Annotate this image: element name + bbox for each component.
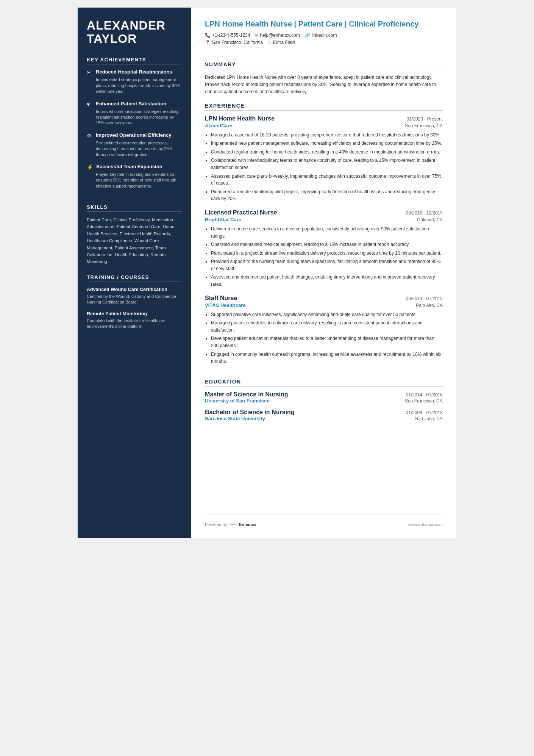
exp-job-title-3: Staff Nurse <box>205 295 237 302</box>
bullet: Supported palliative care initiatives, s… <box>211 311 443 318</box>
skills-text: Patient Care, Clinical Proficiency, Medi… <box>87 216 182 265</box>
exp-company-3: VITAS Healthcare <box>205 302 245 308</box>
edu-degree-1: Master of Science in Nursing <box>205 391 288 398</box>
enhancv-logo-icon <box>229 522 237 527</box>
exp-bullets-3: Supported palliative care initiatives, s… <box>205 311 443 365</box>
sidebar: ALEXANDER TAYLOR KEY ACHIEVEMENTS ✂ Redu… <box>78 8 191 538</box>
achievement-title-4: Successful Team Expansion <box>96 164 162 170</box>
exp-location-3: Palo Alto, CA <box>416 303 443 308</box>
exp-company-1: AccentCare <box>205 123 232 128</box>
linkedin-icon: 🔗 <box>304 33 310 38</box>
footer: Powered by Enhancv www.enhancv.com <box>205 514 443 527</box>
candidate-name: ALEXANDER TAYLOR <box>87 19 182 45</box>
achievement-icon-2: ♥ <box>87 101 93 107</box>
training-title: TRAINING / COURSES <box>87 274 182 282</box>
bullet: Implemented new patient management softw… <box>211 140 443 147</box>
training-item-desc-2: Completed with the Institute for Healthc… <box>87 318 182 330</box>
edu-degree-2: Bachelor of Science in Nursing <box>205 409 295 416</box>
achievement-title-3: Improved Operational Efficiency <box>96 132 171 139</box>
achievements-section: KEY ACHIEVEMENTS ✂ Reduced Hospital Read… <box>87 57 182 195</box>
star-icon: ☆ <box>267 40 272 45</box>
edu-dates-2: 01/2009 - 01/2013 <box>406 410 443 415</box>
bullet: Provided support to the nursing team dur… <box>211 258 443 272</box>
contact-linkedin: 🔗 linkedin.com <box>304 33 337 38</box>
training-item-desc-1: Certified by the Wound, Ostomy and Conti… <box>87 294 182 305</box>
achievement-item: ✂ Reduced Hospital Readmissions Implemen… <box>87 69 182 94</box>
bullet: Assessed patient care plans bi-weekly, i… <box>211 173 443 187</box>
bullet: Delivered in-home care services to a div… <box>211 225 443 239</box>
training-item-title-2: Remote Patient Monitoring <box>87 311 182 317</box>
achievement-item: ♥ Enhanced Patient Satisfaction Improved… <box>87 101 182 126</box>
achievement-item: ⚙ Improved Operational Efficiency Stream… <box>87 132 182 158</box>
brand-name: Enhancv <box>239 522 256 527</box>
experience-section: EXPERIENCE LPN Home Health Nurse 01/2020… <box>205 96 443 372</box>
achievement-title-2: Enhanced Patient Satisfaction <box>96 101 166 107</box>
edu-location-1: San Francisco, CA <box>405 398 443 404</box>
bullet: Managed patient schedules to optimize ca… <box>211 319 443 333</box>
edu-location-2: San Jose, CA <box>415 416 443 421</box>
contact-email: ✉ help@enhancv.com <box>255 33 300 38</box>
bullet: Operated and maintained medical equipmen… <box>211 241 443 248</box>
exp-bullets-1: Managed a caseload of 18-20 patients, pr… <box>205 131 443 202</box>
achievement-desc-1: Implemented strategic patient management… <box>87 77 182 94</box>
edu-school-2: San Jose State University <box>205 416 265 421</box>
achievement-icon-4: ⚡ <box>87 164 93 170</box>
exp-dates-3: 06/2013 - 07/2015 <box>406 296 443 301</box>
achievement-desc-2: Improved communication strategies result… <box>87 109 182 126</box>
training-section: TRAINING / COURSES Advanced Wound Care C… <box>87 274 182 335</box>
footer-powered: Powered by Enhancv <box>205 522 256 527</box>
bullet: Participated in a project to streamline … <box>211 250 443 257</box>
exp-entry-2: Licensed Practical Nurse 08/2015 - 12/20… <box>205 209 443 288</box>
exp-location-1: San Francisco, CA <box>405 123 443 128</box>
summary-section: SUMMARY Dedicated LPN Home Health Nurse … <box>205 55 443 96</box>
achievement-icon-3: ⚙ <box>87 133 93 139</box>
summary-text: Dedicated LPN Home Health Nurse with ove… <box>205 74 443 96</box>
job-title: LPN Home Health Nurse | Patient Care | C… <box>205 19 443 29</box>
contact-row: 📞 +1-(234)-555-1234 ✉ help@enhancv.com 🔗… <box>205 33 443 38</box>
resume-container: ALEXANDER TAYLOR KEY ACHIEVEMENTS ✂ Redu… <box>78 8 456 538</box>
bullet: Developed patient education materials th… <box>211 335 443 349</box>
main-header: LPN Home Health Nurse | Patient Care | C… <box>205 19 443 47</box>
achievement-desc-4: Played key role in nursing team expansio… <box>87 172 182 189</box>
training-item: Remote Patient Monitoring Completed with… <box>87 311 182 330</box>
achievement-desc-3: Streamlined documentation processes, dec… <box>87 140 182 158</box>
contact-location: 📍 San Francisco, California <box>205 40 263 45</box>
exp-company-2: BrightStar Care <box>205 217 241 222</box>
edu-entry-1: Master of Science in Nursing 01/2014 - 0… <box>205 391 443 404</box>
contact-phone: 📞 +1-(234)-555-1234 <box>205 33 250 38</box>
main-content: LPN Home Health Nurse | Patient Care | C… <box>191 8 456 538</box>
exp-entry-1: LPN Home Health Nurse 01/2020 - Present … <box>205 115 443 202</box>
bullet: Assessed and documented patient health c… <box>211 274 443 288</box>
skills-section: SKILLS Patient Care, Clinical Proficienc… <box>87 204 182 265</box>
achievement-item: ⚡ Successful Team Expansion Played key r… <box>87 164 182 189</box>
exp-entry-3: Staff Nurse 06/2013 - 07/2015 VITAS Heal… <box>205 295 443 365</box>
edu-dates-1: 01/2014 - 01/2016 <box>406 392 443 398</box>
bullet: Conducted regular training for home heal… <box>211 149 443 156</box>
bullet: Collaborated with interdisciplinary team… <box>211 157 443 171</box>
phone-icon: 📞 <box>205 33 211 38</box>
achievements-title: KEY ACHIEVEMENTS <box>87 57 182 64</box>
achievement-icon-1: ✂ <box>87 69 93 75</box>
name-block: ALEXANDER TAYLOR <box>87 19 182 45</box>
location-icon: 📍 <box>205 40 211 45</box>
exp-dates-2: 08/2015 - 12/2019 <box>406 210 443 216</box>
exp-bullets-2: Delivered in-home care services to a div… <box>205 225 443 288</box>
contact-extra: ☆ Extra Field <box>267 40 295 45</box>
education-title: EDUCATION <box>205 379 443 387</box>
bullet: Managed a caseload of 18-20 patients, pr… <box>211 131 443 139</box>
edu-school-1: University of San Francisco <box>205 398 270 404</box>
experience-title: EXPERIENCE <box>205 103 443 111</box>
summary-title: SUMMARY <box>205 61 443 69</box>
footer-url: www.enhancv.com <box>408 522 443 527</box>
skills-title: SKILLS <box>87 204 182 212</box>
bullet: Engaged in community health outreach pro… <box>211 351 443 365</box>
powered-by-label: Powered by <box>205 522 227 527</box>
exp-location-2: Oakland, CA <box>417 217 443 222</box>
training-item: Advanced Wound Care Certification Certif… <box>87 286 182 305</box>
edu-entry-2: Bachelor of Science in Nursing 01/2009 -… <box>205 409 443 421</box>
contact-row-2: 📍 San Francisco, California ☆ Extra Fiel… <box>205 40 443 45</box>
achievement-title-1: Reduced Hospital Readmissions <box>96 69 172 75</box>
email-icon: ✉ <box>255 33 258 38</box>
exp-dates-1: 01/2020 - Present <box>407 116 443 122</box>
exp-job-title-2: Licensed Practical Nurse <box>205 209 277 216</box>
